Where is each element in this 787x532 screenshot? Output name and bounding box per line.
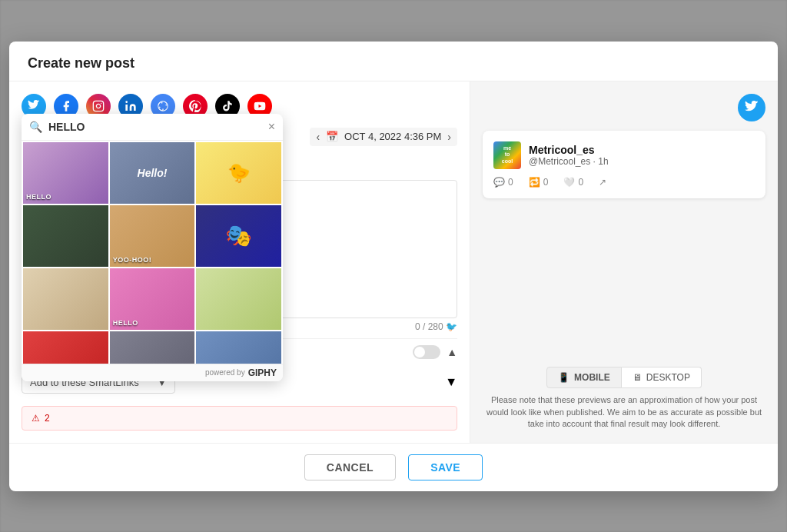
comment-action: 💬 0 (493, 177, 513, 188)
retweet-icon: 🔁 (529, 177, 540, 188)
retweet-action: 🔁 0 (529, 177, 549, 188)
preview-tabs: 📱 MOBILE 🖥 DESKTOP (546, 357, 702, 388)
twitter-char-icon: 🐦 (446, 321, 457, 332)
preview-username: Metricool_es (529, 144, 755, 156)
preview-user-info: Metricool_es @Metricool_es · 1h (529, 144, 755, 167)
retweet-count: 0 (543, 177, 549, 188)
gif-item[interactable]: 🐤 (196, 142, 281, 204)
desktop-tab-label: DESKTOP (646, 372, 690, 383)
create-post-modal: Create new post (9, 42, 778, 491)
heart-icon: 🤍 (563, 177, 575, 188)
gif-hello-label2: HELLO (113, 319, 138, 327)
preview-actions: 💬 0 🔁 0 🤍 0 ↗ (493, 177, 755, 188)
gif-label: HELLO (26, 193, 51, 201)
date-next-arrow[interactable]: › (447, 131, 451, 143)
gif-item[interactable] (23, 268, 108, 330)
modal-header: Create new post (9, 42, 778, 81)
as-draft-toggle[interactable] (413, 345, 440, 359)
gif-item[interactable]: Hello! (110, 142, 195, 204)
share-action: ↗ (599, 177, 606, 188)
gif-picker: 🔍 × HELLO Hello! 🐤 (22, 114, 283, 381)
gif-yoohoo-label: YOO-HOO! (113, 256, 152, 264)
date-prev-arrow[interactable]: ‹ (316, 131, 320, 143)
gif-item[interactable]: HELLO (110, 268, 195, 330)
collapse-chevron[interactable]: ▲ (447, 346, 457, 358)
gif-grid: HELLO Hello! 🐤 YOO-HOO! (22, 141, 283, 364)
mobile-tab-label: MOBILE (574, 372, 610, 383)
gif-item[interactable] (23, 331, 108, 364)
modal-title: Create new post (28, 55, 134, 71)
share-icon: ↗ (599, 177, 606, 188)
comment-count: 0 (508, 177, 513, 188)
save-button[interactable]: SAVE (408, 454, 483, 480)
gif-search-input[interactable] (48, 121, 262, 133)
warning-icon: ⚠ (32, 413, 40, 424)
preview-avatar: metocool (493, 141, 521, 169)
cancel-button[interactable]: CANCEL (304, 454, 396, 480)
heart-action: 🤍 0 (563, 177, 583, 188)
gif-item[interactable]: HELLO (23, 142, 108, 204)
twitter-preview-card: metocool Metricool_es @Metricool_es · 1h (483, 131, 765, 198)
date-navigator: ‹ 📅 OCT 4, 2022 4:36 PM › (310, 128, 457, 146)
gif-mickey-emoji: 🎭 (225, 223, 252, 248)
options-chevron-down[interactable]: ▼ (445, 375, 457, 389)
avatar-text: metocool (502, 145, 513, 165)
gif-item[interactable]: YOO-HOO! (110, 205, 195, 267)
gif-hi-emoji: 🐤 (227, 162, 251, 184)
gif-search-row: 🔍 × (22, 114, 283, 141)
gif-search-icon: 🔍 (29, 121, 42, 133)
mobile-icon: 📱 (558, 372, 569, 383)
right-panel: metocool Metricool_es @Metricool_es · 1h (470, 81, 778, 443)
powered-by-text: powered by (205, 368, 245, 377)
error-count: 2 (45, 413, 50, 424)
giphy-logo: GIPHY (248, 367, 277, 378)
left-panel: 🌐 Europe/Madrid Publish now ‹ 📅 OCT 4, 2… (9, 81, 470, 443)
gif-item[interactable]: 🎭 (196, 205, 281, 267)
preview-header: metocool Metricool_es @Metricool_es · 1h (493, 141, 755, 169)
mobile-tab[interactable]: 📱 MOBILE (546, 367, 622, 388)
modal-footer: CANCEL SAVE (9, 443, 778, 491)
gif-hello-text: Hello! (138, 167, 168, 179)
gif-close-button[interactable]: × (268, 120, 275, 134)
modal-body: 🌐 Europe/Madrid Publish now ‹ 📅 OCT 4, 2… (9, 81, 778, 443)
preview-note: Please note that these previews are an a… (483, 394, 765, 430)
date-display: OCT 4, 2022 4:36 PM (344, 131, 441, 142)
svg-rect-0 (93, 101, 103, 111)
preview-handle: @Metricool_es · 1h (529, 156, 755, 167)
gif-item[interactable] (196, 331, 281, 364)
gif-item[interactable] (23, 205, 108, 267)
svg-point-2 (125, 101, 128, 103)
giphy-footer: powered by GIPHY (22, 364, 283, 381)
heart-count: 0 (578, 177, 583, 188)
twitter-preview-badge (738, 94, 765, 121)
desktop-icon: 🖥 (633, 372, 642, 383)
error-row: ⚠ 2 (22, 406, 457, 431)
gif-item[interactable] (196, 268, 281, 330)
desktop-tab[interactable]: 🖥 DESKTOP (622, 367, 702, 388)
gif-item[interactable] (110, 331, 195, 364)
comment-icon: 💬 (493, 177, 505, 188)
char-count-text: 0 / 280 (415, 321, 446, 332)
calendar-icon: 📅 (326, 131, 338, 142)
